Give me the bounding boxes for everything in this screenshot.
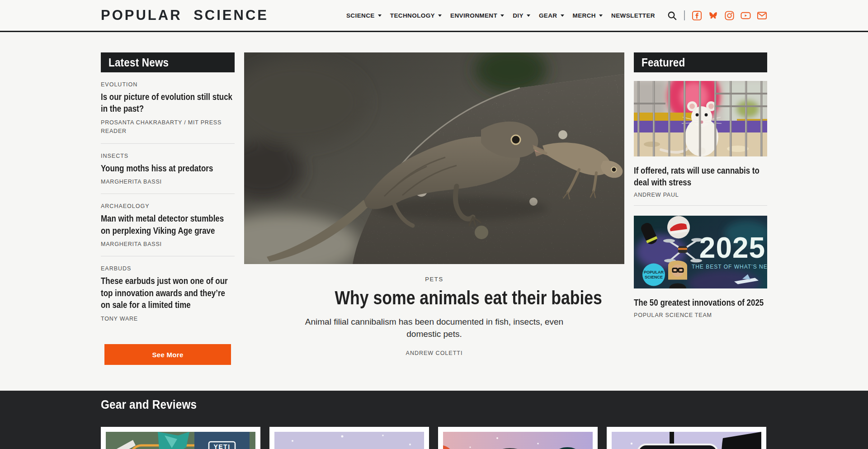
gear-and-reviews-section: Gear and Reviews YETI [0, 391, 868, 449]
hero-title[interactable]: Why some animals eat their babies [278, 287, 659, 309]
featured-column: Featured [634, 52, 767, 391]
chevron-down-icon [500, 14, 504, 17]
chevron-down-icon [561, 14, 564, 17]
featured-image-rat[interactable] [634, 81, 767, 156]
email-icon[interactable] [757, 10, 767, 21]
news-item-insects[interactable]: INSECTS Young moths hiss at predators MA… [101, 144, 235, 194]
article-byline[interactable]: MARGHERITA BASSI [101, 178, 235, 186]
svg-text:YETI: YETI [213, 443, 230, 449]
header-divider [684, 10, 685, 20]
chevron-down-icon [438, 14, 442, 17]
chevron-down-icon [378, 14, 382, 17]
site-header: POPULAR SCIENCE SCIENCE TECHNOLOGY ENVIR… [0, 0, 868, 32]
youtube-icon[interactable] [741, 10, 751, 21]
chevron-down-icon [599, 14, 603, 17]
category-label[interactable]: EVOLUTION [101, 81, 235, 88]
hero-dek: Animal filial cannibalism has been docum… [295, 316, 573, 340]
nav-newsletter[interactable]: NEWSLETTER [611, 12, 655, 19]
featured-item-rats: If offered, rats will use cannabis to de… [634, 81, 767, 198]
nav-diy[interactable]: DIY [513, 12, 530, 19]
category-label[interactable]: INSECTS [101, 153, 235, 159]
chevron-down-icon [527, 14, 530, 17]
gear-card-frame[interactable] [269, 427, 429, 449]
gear-card-timer[interactable]: 000 [607, 427, 766, 449]
hero-image-lizards[interactable] [244, 52, 624, 264]
gear-section-title: Gear and Reviews [101, 398, 767, 412]
svg-text:SCIENCE: SCIENCE [645, 275, 663, 279]
gear-card-image-timer: 000 [612, 432, 761, 449]
main-content: Latest News EVOLUTION Is our picture of … [101, 52, 767, 391]
gear-card-bags[interactable] [438, 427, 598, 449]
featured-byline[interactable]: ANDREW PAUL [634, 192, 767, 198]
latest-news-header: Latest News [101, 52, 235, 72]
featured-title[interactable]: The 50 greatest innovations of 2025 [634, 297, 767, 308]
news-item-archaeology[interactable]: ARCHAEOLOGY Man with metal detector stum… [101, 194, 235, 256]
article-title[interactable]: These earbuds just won one of our top in… [101, 275, 235, 311]
nav-technology[interactable]: TECHNOLOGY [390, 12, 442, 19]
divider [634, 205, 767, 206]
search-icon[interactable] [667, 10, 677, 21]
article-byline[interactable]: MARGHERITA BASSI [101, 240, 235, 249]
nav-gear[interactable]: GEAR [539, 12, 564, 19]
nav-environment[interactable]: ENVIRONMENT [450, 12, 504, 19]
article-title[interactable]: Is our picture of evolution still stuck … [101, 91, 235, 115]
nav-merch[interactable]: MERCH [573, 12, 603, 19]
article-byline[interactable]: TONY WARE [101, 315, 235, 323]
featured-item-2025: 2025 THE BEST OF WHAT’S NEW POPULAR SCIE… [634, 216, 767, 318]
article-byline[interactable]: PROSANTA CHAKRABARTY / MIT PRESS READER [101, 118, 235, 136]
hero-article: PETS Why some animals eat their babies A… [244, 52, 624, 391]
facebook-icon[interactable] [692, 10, 702, 21]
main-nav: SCIENCE TECHNOLOGY ENVIRONMENT DIY GEAR … [346, 12, 655, 19]
category-label[interactable]: ARCHAEOLOGY [101, 203, 235, 209]
svg-text:2025: 2025 [699, 232, 765, 264]
gear-card-image-frame [274, 432, 424, 449]
latest-news-column: Latest News EVOLUTION Is our picture of … [101, 52, 235, 391]
popular-science-homepage: POPULAR SCIENCE SCIENCE TECHNOLOGY ENVIR… [0, 0, 868, 449]
gear-cards-row: YETI [101, 427, 767, 449]
gear-card-edc[interactable]: YETI [101, 427, 260, 449]
social-links [692, 10, 767, 21]
bluesky-icon[interactable] [708, 10, 718, 21]
see-more-button[interactable]: See More [104, 344, 231, 365]
category-label[interactable]: EARBUDS [101, 265, 235, 272]
popular-science-logo[interactable]: POPULAR SCIENCE [101, 7, 269, 24]
instagram-icon[interactable] [724, 10, 735, 21]
svg-text:THE BEST OF WHAT’S NEW: THE BEST OF WHAT’S NEW [692, 264, 767, 270]
article-title[interactable]: Young moths hiss at predators [101, 162, 235, 174]
nav-science[interactable]: SCIENCE [346, 12, 382, 19]
hero-byline[interactable]: ANDREW COLETTI [244, 350, 624, 356]
gear-card-image-edc: YETI [106, 432, 255, 449]
featured-header: Featured [634, 52, 767, 72]
news-item-earbuds[interactable]: EARBUDS These earbuds just won one of ou… [101, 256, 235, 331]
gear-card-image-bags [443, 432, 593, 449]
news-item-evolution[interactable]: EVOLUTION Is our picture of evolution st… [101, 72, 235, 144]
article-title[interactable]: Man with metal detector stumbles on perp… [101, 213, 235, 236]
featured-image-2025[interactable]: 2025 THE BEST OF WHAT’S NEW POPULAR SCIE… [634, 216, 767, 288]
hero-category[interactable]: PETS [244, 276, 624, 283]
svg-text:POPULAR: POPULAR [644, 270, 664, 274]
featured-byline[interactable]: POPULAR SCIENCE TEAM [634, 312, 767, 318]
featured-title[interactable]: If offered, rats will use cannabis to de… [634, 165, 767, 188]
